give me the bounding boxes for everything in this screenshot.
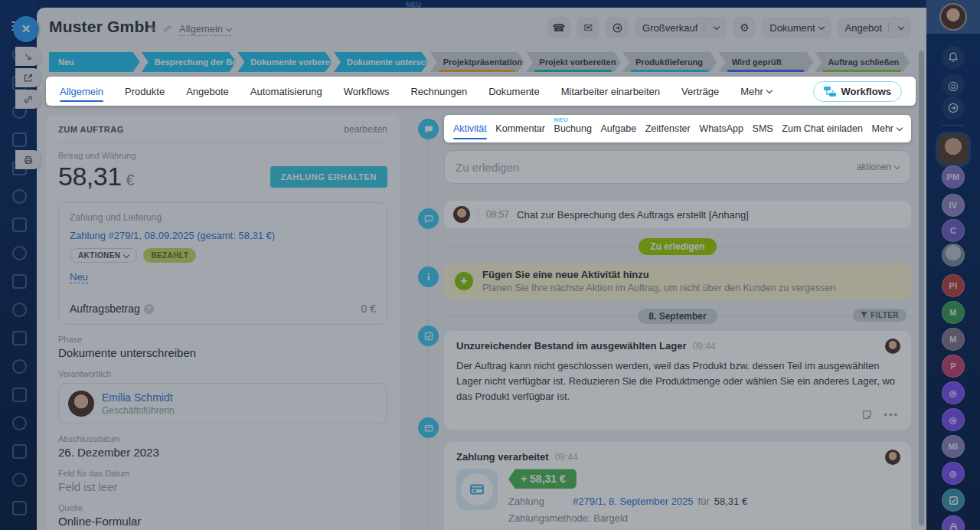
tab-rechnungen[interactable]: Rechnungen [410,77,467,106]
timeline-tab-zeitfenster[interactable]: Zeitfenster [645,115,691,142]
sidebar-ghost-icon[interactable] [12,416,27,430]
chevron-down-icon [123,251,129,257]
messenger-button[interactable] [942,97,965,119]
pipeline-stage[interactable]: Produktlieferung [622,52,717,72]
pipeline-stage[interactable]: Neu [49,52,140,72]
payment-document-link[interactable]: #279/1, 8. September 2025 [573,496,694,507]
chat-avatar[interactable]: PI [942,274,965,297]
tab-workflows[interactable]: Workflows [344,77,390,106]
current-user-avatar[interactable] [939,3,967,31]
payment-tile [456,469,498,510]
pipeline-stage[interactable]: Auftrag schließen [815,52,910,72]
secret-chat-avatar[interactable] [942,515,965,530]
slider-collapse-button[interactable]: ↘ [15,47,41,66]
edit-link[interactable]: bearbeiten [344,124,387,135]
sidebar-ghost-icon[interactable] [12,189,27,204]
timeline-tab-kommentar[interactable]: Kommentar [495,115,545,142]
scrollbar-thumb[interactable] [919,51,924,525]
chat-avatar[interactable]: IV [942,194,965,217]
plus-icon[interactable]: + [455,272,473,290]
copilot-chat-avatar[interactable]: ◎ [942,408,965,431]
timeline-tab-aufgabe[interactable]: Aufgabe [601,115,637,142]
chat-avatar[interactable]: PM [942,165,965,188]
chat-avatar-photo[interactable] [942,244,965,267]
notifications-bell-button[interactable] [942,46,965,69]
payment-link[interactable]: Zahlung #279/1, 08.09.2025 (gesamt: 58,3… [70,230,376,241]
sidebar-ghost-icon[interactable] [12,331,27,345]
tab-dokumente[interactable]: Dokumente [488,77,539,106]
open-chat-button[interactable] [606,17,629,38]
recent-chat-avatar[interactable] [939,135,968,164]
sidebar-ghost-icon[interactable] [12,132,27,147]
funnel-selector[interactable]: Großverkauf [635,17,727,38]
hint-subtitle: Planen Sie Ihre nächste Aktion im Auftra… [482,283,835,293]
timeline-tab-buchung[interactable]: NEUBuchung [554,115,592,142]
settings-gear-button[interactable]: ⚙ [733,17,756,38]
timeline-tab-mehr[interactable]: Mehr [872,115,902,142]
sidebar-ghost-icon[interactable] [12,246,27,260]
chat-avatar[interactable]: M [942,301,965,324]
copilot-button[interactable]: ◎ [942,74,965,97]
sidebar-ghost-icon[interactable] [12,274,27,289]
pipeline-stage[interactable]: Wird geprüft [719,52,814,72]
new-payment-link[interactable]: Neu [70,271,88,283]
pipeline-stage[interactable]: Projektpräsentation [430,52,525,72]
timeline-tab-whatsapp[interactable]: WhatsApp [699,115,743,142]
note-icon[interactable] [861,409,873,420]
tab-angebote[interactable]: Angebote [186,77,229,106]
timeline-tab-zum-chat-einladen[interactable]: Zum Chat einladen [782,115,863,142]
timeline-comment-icon [418,208,439,229]
copilot-chat-avatar[interactable]: ◎ [942,462,965,485]
sidebar-ghost-icon[interactable] [12,444,27,459]
offer-dropdown[interactable]: Angebot [838,17,911,38]
slider-print-button[interactable] [15,150,41,169]
slider-close-button[interactable]: ✕ [13,16,39,42]
right-messenger-rail: ◎ PM IV C PI M M P ◎ ◎ MI ◎ [926,0,980,530]
sidebar-ghost-icon[interactable] [12,359,27,374]
document-dropdown[interactable]: Dokument [762,17,831,38]
actions-dropdown[interactable]: AKTIONEN [70,248,137,263]
sidebar-ghost-icon[interactable] [12,388,27,402]
todo-pill[interactable]: Zu erledigen [639,238,716,255]
payment-received-button[interactable]: ZAHLUNG ERHALTEN [270,166,388,188]
sidebar-ghost-icon[interactable] [12,473,27,487]
sidebar-ghost-icon[interactable] [12,303,27,317]
tab-mitarbeiter-einarbeiten[interactable]: Mitarbeiter einarbeiten [561,77,660,106]
tab-allgemein[interactable]: Allgemein [60,77,103,106]
timeline-tab-aktivitaet[interactable]: Aktivität [453,115,487,142]
slider-open-new-tab-button[interactable] [15,68,41,87]
pipeline-stage[interactable]: Dokumente untersch... [334,52,429,72]
email-button[interactable]: ✉ [577,17,599,38]
tab-produkte[interactable]: Produkte [125,77,165,106]
sidebar-ghost-icon[interactable] [12,218,27,232]
chat-avatar[interactable]: M [942,328,965,351]
timeline-chat-entry[interactable]: 08:57 Chat zur Besprechung des Auftrags … [444,201,911,228]
call-button[interactable]: ☎ [547,17,570,38]
payment-delivery-box: Zahlung und Lieferung Zahlung #279/1, 08… [58,202,387,325]
view-selector[interactable]: Allgemein [179,23,231,36]
pipeline-stage[interactable]: Dokumente vorbereit... [237,52,332,72]
chat-avatar[interactable]: MI [942,435,965,458]
tab-automatisierung[interactable]: Automatisierung [250,77,322,106]
todo-quick-input[interactable]: Zu erledigen aktionen [444,150,911,184]
chat-avatar[interactable]: C [942,219,965,242]
tab-vertraege[interactable]: Verträge [681,77,719,106]
workflows-button[interactable]: Workflows [813,81,903,102]
filter-button[interactable]: FILTER [853,309,906,322]
tasks-chat-avatar[interactable] [942,489,965,512]
edit-title-pencil-icon[interactable]: ✎ [149,23,157,34]
copy-link-icon[interactable] [162,23,172,37]
add-activity-hint[interactable]: + Fügen Sie eine neue Aktivität hinzu Pl… [444,263,911,299]
copilot-chat-avatar[interactable]: ◎ [942,381,965,404]
tab-mehr[interactable]: Mehr [740,77,772,106]
slider-copy-link-button[interactable] [15,90,41,109]
responsible-name-link[interactable]: Emilia Schmidt [102,391,175,404]
pipeline-stage[interactable]: Projekt vorbereiten [526,52,621,72]
sidebar-ghost-icon[interactable] [12,501,27,515]
pipeline-stage[interactable]: Besprechung der Bes... [142,52,237,72]
help-icon[interactable]: ? [144,304,154,314]
more-menu-icon[interactable]: ••• [884,412,899,418]
chat-avatar[interactable]: P [942,355,965,378]
timeline-tab-sms[interactable]: SMS [753,115,773,142]
todo-actions-dropdown[interactable]: aktionen [857,162,900,172]
